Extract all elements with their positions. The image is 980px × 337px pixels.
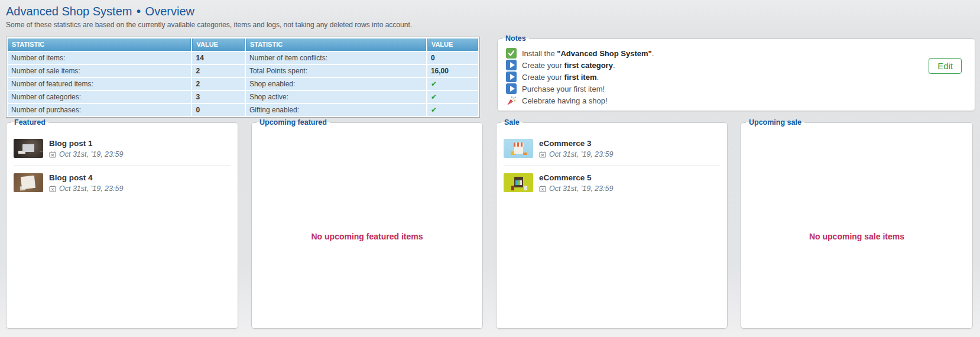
party-popper-icon: [506, 95, 517, 106]
checkbox-checked-icon: [506, 48, 517, 59]
note-text: Install the "Advanced Shop System".: [522, 49, 654, 58]
advanced-shop-system-name: "Advanced Shop System": [557, 49, 651, 58]
sale-item-title[interactable]: eCommerce 3: [539, 139, 613, 148]
stat-label: Shop enabled:: [246, 78, 426, 90]
stat-value: 3: [192, 91, 244, 103]
upcoming-featured-panel: Upcoming featured No upcoming featured i…: [251, 118, 483, 329]
item-thumbnail: [14, 139, 43, 158]
check-icon: ✔: [427, 104, 478, 116]
calendar-icon: [49, 151, 56, 158]
stat-label: Number of featured items:: [8, 78, 191, 90]
column-header-statistic: STATISTIC: [8, 38, 191, 51]
calendar-icon: [49, 185, 56, 192]
note-item: Purchase your first item!: [506, 83, 966, 95]
list-item: eCommerce 5 Oct 31st, ’19, 23:59: [504, 166, 720, 200]
table-row: Number of categories: 3 Shop active: ✔: [8, 91, 478, 103]
check-icon: ✔: [427, 91, 478, 103]
featured-item-title[interactable]: Blog post 4: [49, 173, 123, 183]
note-item: Create your first item.: [506, 71, 966, 83]
page-title: Advanced Shop System • Overview: [6, 5, 412, 18]
item-thumbnail: [14, 173, 43, 192]
sale-panel: Sale eCommerce 3 Oct 31st, ’19, 23:59 eC…: [496, 118, 728, 329]
page-title-app: Advanced Shop System: [6, 5, 132, 18]
page-header: Advanced Shop System • Overview Some of …: [6, 5, 412, 29]
list-item: eCommerce 3 Oct 31st, ’19, 23:59: [504, 134, 720, 166]
calendar-icon: [539, 185, 546, 192]
stat-label: Number of purchases:: [8, 104, 191, 116]
featured-item-title[interactable]: Blog post 1: [49, 139, 123, 148]
upcoming-sale-legend: Upcoming sale: [746, 118, 804, 127]
table-row: Number of purchases: 0 Gifting enabled: …: [8, 104, 478, 116]
stat-label: Gifting enabled:: [246, 104, 426, 116]
sale-item-title[interactable]: eCommerce 5: [539, 173, 613, 183]
edit-button[interactable]: Edit: [929, 58, 962, 74]
stat-value: 2: [192, 65, 244, 77]
upcoming-sale-panel: Upcoming sale No upcoming sale items: [741, 118, 973, 329]
play-icon: [506, 83, 517, 94]
column-header-value: VALUE: [192, 38, 244, 51]
note-text: Create your first category.: [522, 61, 615, 70]
list-item: Blog post 1 Oct 31st, ’19, 23:59: [14, 134, 231, 166]
stat-value: 2: [192, 78, 244, 90]
table-row: Number of featured items: 2 Shop enabled…: [8, 78, 478, 90]
first-item-link[interactable]: first item: [564, 73, 597, 82]
statistics-table: STATISTIC VALUE STATISTIC VALUE Number o…: [6, 37, 480, 118]
item-end-date: Oct 31st, ’19, 23:59: [49, 150, 123, 158]
column-header-value: VALUE: [427, 38, 478, 51]
upcoming-featured-legend: Upcoming featured: [257, 118, 330, 127]
note-item: Install the "Advanced Shop System".: [506, 47, 966, 59]
empty-state-message: No upcoming featured items: [311, 232, 423, 241]
calendar-icon: [539, 151, 546, 158]
page-description: Some of these statistics are based on th…: [6, 21, 412, 29]
empty-state-message: No upcoming sale items: [809, 232, 904, 241]
item-thumbnail: [504, 139, 533, 158]
note-text: Create your first item.: [522, 73, 599, 82]
note-text: Purchase your first item!: [522, 85, 605, 93]
stat-label: Shop active:: [246, 91, 426, 103]
play-icon: [506, 72, 517, 82]
table-header-row: STATISTIC VALUE STATISTIC VALUE: [8, 38, 478, 51]
item-end-date: Oct 31st, ’19, 23:59: [539, 184, 613, 193]
note-item: Celebrate having a shop!: [506, 95, 966, 106]
featured-panel: Featured Blog post 1 Oct 31st, ’19, 23:5…: [6, 118, 238, 329]
stat-label: Number of categories:: [8, 91, 191, 103]
column-header-statistic: STATISTIC: [246, 38, 426, 51]
notes-legend: Notes: [502, 34, 529, 43]
item-end-date: Oct 31st, ’19, 23:59: [539, 150, 613, 158]
stat-label: Number of item conflicts:: [246, 52, 426, 64]
play-icon: [506, 60, 517, 70]
item-thumbnail: [504, 173, 533, 192]
note-text: Celebrate having a shop!: [522, 96, 608, 105]
stat-label: Number of sale items:: [8, 65, 191, 77]
stat-label: Total Points spent:: [246, 65, 426, 77]
notes-panel: Notes Install the "Advanced Shop System"…: [497, 34, 975, 111]
stat-value: 0: [427, 52, 478, 64]
title-separator: •: [137, 5, 141, 18]
list-item: Blog post 4 Oct 31st, ’19, 23:59: [14, 166, 231, 200]
table-row: Number of sale items: 2 Total Points spe…: [8, 65, 478, 77]
first-category-link[interactable]: first category: [564, 61, 613, 70]
stat-value: 14: [192, 52, 244, 64]
stat-value: 16,00: [427, 65, 478, 77]
check-icon: ✔: [427, 78, 478, 90]
featured-legend: Featured: [11, 118, 48, 127]
note-item: Create your first category.: [506, 59, 966, 71]
stat-value: 0: [192, 104, 244, 116]
table-row: Number of items: 14 Number of item confl…: [8, 52, 478, 64]
sale-legend: Sale: [501, 118, 523, 127]
page-title-section: Overview: [145, 5, 194, 18]
stat-label: Number of items:: [8, 52, 191, 64]
item-end-date: Oct 31st, ’19, 23:59: [49, 184, 123, 193]
